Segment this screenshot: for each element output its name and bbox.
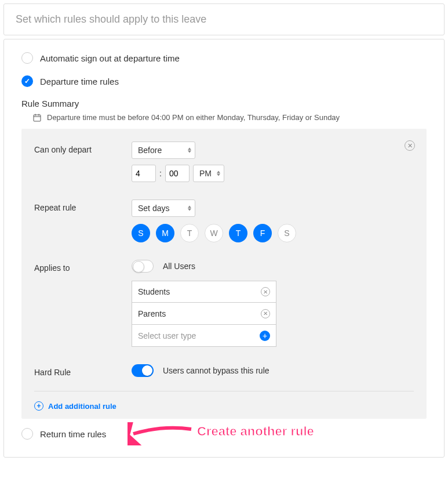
day-monday[interactable]: M (156, 224, 174, 242)
rule-summary-title: Rule Summary (21, 99, 427, 108)
user-type-label: Parents (138, 309, 166, 318)
user-type-label: Students (138, 287, 170, 296)
applies-all-toggle[interactable] (132, 260, 154, 273)
add-rule-label: Add additional rule (48, 402, 116, 411)
day-saturday[interactable]: S (278, 224, 296, 242)
add-user-type-row[interactable]: Select user type + (132, 325, 276, 347)
remove-user-type-button[interactable]: ✕ (261, 287, 270, 296)
add-user-type-placeholder: Select user type (138, 331, 196, 340)
time-hour-input[interactable] (132, 165, 156, 182)
day-picker: S M T W T F S (132, 224, 414, 242)
time-period-value: PM (199, 169, 212, 178)
depart-condition-value: Before (138, 146, 162, 155)
user-type-item: Parents ✕ (132, 303, 276, 325)
page-title: Set which rules should apply to this lea… (16, 13, 206, 25)
repeat-label: Repeat rule (34, 200, 132, 212)
radio-checked-icon (21, 75, 33, 87)
option-departure-rules[interactable]: Departure time rules (21, 75, 427, 87)
day-sunday[interactable]: S (132, 224, 150, 242)
divider (34, 391, 414, 391)
option-auto-signout[interactable]: Automatic sign out at departure time (21, 52, 427, 64)
svg-rect-0 (34, 115, 41, 121)
applies-all-label: All Users (163, 262, 195, 271)
select-caret-icon (188, 206, 191, 211)
plus-icon: + (260, 331, 270, 341)
depart-condition-select[interactable]: Before (132, 142, 195, 159)
select-caret-icon (188, 148, 191, 153)
hard-rule-label: Hard Rule (34, 364, 132, 377)
time-minute-input[interactable] (165, 165, 190, 182)
radio-icon (21, 428, 33, 440)
depart-label: Can only depart (34, 142, 132, 154)
day-friday[interactable]: F (253, 224, 272, 242)
day-thursday[interactable]: T (229, 224, 247, 242)
add-additional-rule-button[interactable]: + Add additional rule (34, 401, 116, 411)
plus-circle-icon: + (34, 401, 43, 411)
time-colon: : (159, 169, 162, 178)
rule-editor: ✕ Can only depart Before : PM (21, 129, 427, 419)
hard-rule-text: Users cannot bypass this rule (163, 366, 269, 375)
time-period-select[interactable]: PM (193, 165, 224, 182)
rule-summary-body: Departure time must be before 04:00 PM o… (47, 113, 340, 122)
applies-label: Applies to (34, 260, 132, 273)
day-wednesday[interactable]: W (205, 224, 223, 242)
option-label: Departure time rules (40, 77, 119, 86)
select-caret-icon (217, 171, 220, 176)
remove-user-type-button[interactable]: ✕ (261, 309, 270, 318)
page-header: Set which rules should apply to this lea… (3, 3, 445, 35)
repeat-mode-value: Set days (138, 204, 169, 213)
annotation-text: Create another rule (197, 424, 314, 439)
radio-icon (21, 52, 33, 64)
close-rule-button[interactable]: ✕ (405, 140, 415, 151)
day-tuesday[interactable]: T (180, 224, 199, 242)
calendar-icon (33, 114, 41, 122)
option-label: Return time rules (40, 429, 106, 439)
repeat-mode-select[interactable]: Set days (132, 200, 195, 217)
applies-user-list: Students ✕ Parents ✕ Select user type + (132, 281, 276, 347)
user-type-item: Students ✕ (132, 281, 276, 303)
option-label: Automatic sign out at departure time (40, 53, 180, 63)
rule-summary-text: Departure time must be before 04:00 PM o… (33, 113, 427, 122)
hard-rule-toggle[interactable] (132, 364, 154, 377)
rules-panel: Automatic sign out at departure time Dep… (3, 39, 445, 458)
